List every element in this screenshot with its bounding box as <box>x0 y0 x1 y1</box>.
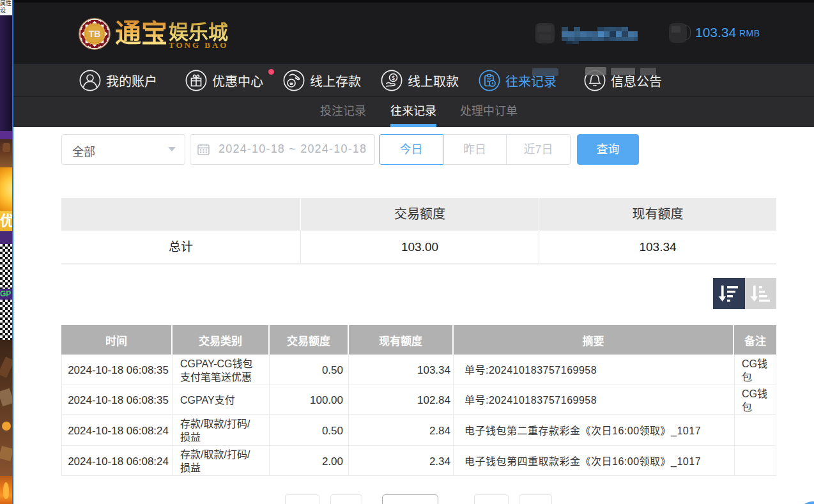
svg-text:$: $ <box>392 75 395 81</box>
svg-text:TB: TB <box>89 29 101 39</box>
